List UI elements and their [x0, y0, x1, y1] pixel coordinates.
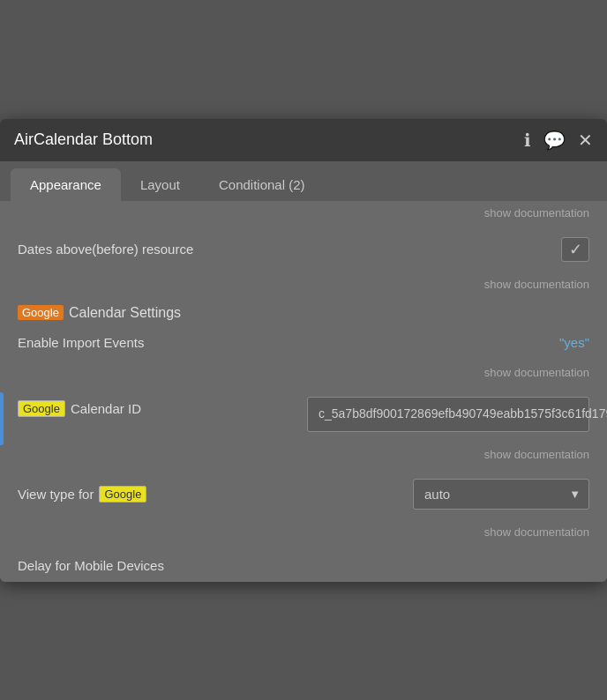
google-calendar-settings-heading: Google Calendar Settings: [0, 298, 607, 324]
tabs-bar: Appearance Layout Conditional (2): [0, 161, 607, 201]
view-type-google-row: View type for Google auto month week day…: [0, 468, 607, 520]
google-badge-yellow-id: Google: [18, 400, 65, 417]
show-documentation-viewtype[interactable]: show documentation: [0, 520, 607, 546]
tab-appearance[interactable]: Appearance: [11, 168, 121, 201]
view-type-select[interactable]: auto month week day list: [413, 479, 589, 510]
close-icon[interactable]: ✕: [578, 130, 593, 151]
google-calendar-id-label: Calendar ID: [71, 401, 141, 416]
content-area: show documentation Dates above(before) r…: [0, 201, 607, 582]
show-documentation-import[interactable]: show documentation: [0, 361, 607, 386]
info-icon[interactable]: ℹ: [524, 130, 531, 151]
view-type-select-wrapper: auto month week day list: [413, 479, 589, 510]
tab-layout[interactable]: Layout: [121, 168, 199, 201]
left-edge-accent: [0, 392, 4, 445]
show-documentation-dates[interactable]: show documentation: [0, 272, 607, 298]
title-bar: AirCalendar Bottom ℹ 💬 ✕: [0, 119, 607, 161]
google-calendar-id-row: Google Calendar ID c_5a7b8df900172869efb…: [0, 386, 607, 443]
dialog-title: AirCalendar Bottom: [14, 130, 153, 149]
enable-import-events-value: "yes": [559, 335, 589, 350]
dates-above-label: Dates above(before) resource: [18, 242, 193, 257]
google-badge-orange: Google: [18, 305, 64, 320]
show-documentation-top[interactable]: show documentation: [0, 201, 607, 227]
tab-conditional[interactable]: Conditional (2): [199, 168, 325, 201]
checkmark-icon: ✓: [569, 240, 582, 259]
dates-above-row: Dates above(before) resource ✓: [0, 227, 607, 272]
dates-above-checkbox[interactable]: ✓: [561, 237, 589, 262]
google-badge-yellow-view: Google: [99, 486, 146, 503]
comment-icon[interactable]: 💬: [543, 130, 566, 151]
enable-import-events-label: Enable Import Events: [18, 335, 144, 350]
view-type-prefix-label: View type for: [18, 487, 94, 502]
enable-import-events-row: Enable Import Events "yes": [0, 324, 607, 361]
show-documentation-calid[interactable]: show documentation: [0, 443, 607, 468]
delay-mobile-label: Delay for Mobile Devices: [0, 546, 607, 582]
calendar-settings-title: Calendar Settings: [69, 305, 181, 321]
google-calendar-id-value[interactable]: c_5a7b8df900172869efb490749eabb1575f3c61…: [307, 397, 589, 432]
